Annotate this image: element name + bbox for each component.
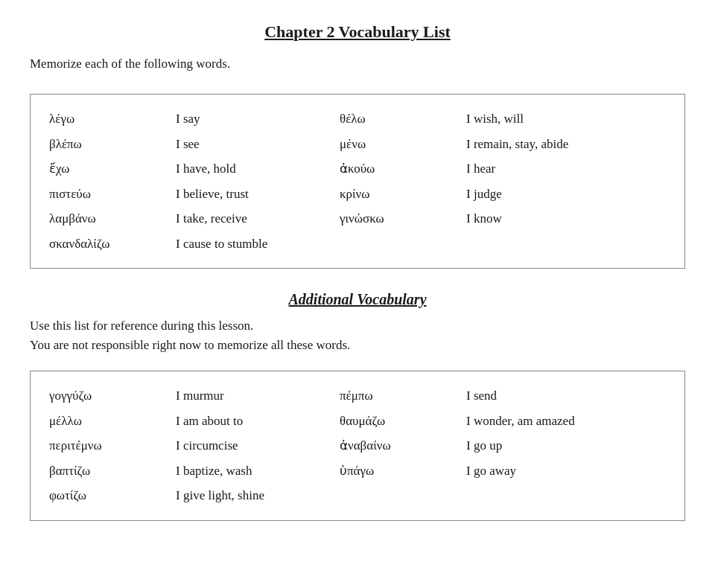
vocab-cell: πέμπω — [340, 386, 466, 406]
vocab-cell: γινώσκω — [340, 209, 466, 229]
vocab-cell: ἀναβαίνω — [340, 436, 466, 456]
vocab-cell: I circumcise — [176, 436, 340, 456]
vocab-cell: I murmur — [176, 386, 340, 406]
vocab-cell: λέγω — [49, 109, 176, 129]
vocab-cell: I know — [466, 209, 675, 229]
vocab-cell: I see — [176, 135, 340, 154]
vocab-cell: γογγύζω — [49, 386, 176, 406]
additional-title: Additional Vocabulary — [30, 291, 685, 308]
vocab-cell: I say — [176, 109, 340, 129]
vocab-cell: λαμβάνω — [49, 209, 176, 229]
vocab-cell: ὑπάγω — [340, 461, 466, 481]
vocab-cell: I go up — [466, 436, 675, 456]
vocab-cell: I am about to — [176, 412, 340, 431]
vocab-cell: περιτέμνω — [49, 436, 176, 456]
additional-section: Additional Vocabulary Use this list for … — [30, 291, 685, 521]
vocab-cell: μέλλω — [49, 412, 176, 431]
vocab-cell: θαυμάζω — [340, 412, 466, 431]
vocab-cell: μένω — [340, 135, 466, 154]
vocab-cell: θέλω — [340, 109, 466, 129]
vocab-cell: ἀκούω — [340, 159, 466, 179]
main-vocab-table: λέγωI sayθέλωI wish, willβλέπωI seeμένωI… — [30, 94, 685, 269]
vocab-cell: I wonder, am amazed — [466, 412, 675, 431]
additional-note: You are not responsible right now to mem… — [30, 338, 685, 353]
vocab-cell: I believe, trust — [176, 185, 340, 204]
vocab-cell: βαπτίζω — [49, 461, 176, 481]
vocab-cell: πιστεύω — [49, 185, 176, 204]
vocab-cell: φωτίζω — [49, 486, 176, 505]
vocab-cell: I baptize, wash — [176, 461, 340, 481]
vocab-cell: κρίνω — [340, 185, 466, 204]
vocab-cell: I cause to stumble — [176, 234, 340, 254]
vocab-cell: I judge — [466, 185, 675, 204]
vocab-cell: I hear — [466, 159, 675, 179]
vocab-cell: ἔχω — [49, 159, 176, 179]
vocab-cell — [340, 486, 466, 505]
vocab-cell: I take, receive — [176, 209, 340, 229]
main-vocab-grid: λέγωI sayθέλωI wish, willβλέπωI seeμένωI… — [49, 109, 666, 253]
additional-intro: Use this list for reference during this … — [30, 319, 685, 333]
vocab-cell: I go away — [466, 461, 675, 481]
vocab-cell: βλέπω — [49, 135, 176, 154]
additional-vocab-table: γογγύζωI murmurπέμπωI sendμέλλωI am abou… — [30, 371, 685, 521]
page-title: Chapter 2 Vocabulary List — [30, 22, 685, 42]
vocab-cell — [466, 486, 675, 505]
vocab-cell — [466, 234, 675, 254]
vocab-cell: I send — [466, 386, 675, 406]
vocab-cell: I wish, will — [466, 109, 675, 129]
subtitle: Memorize each of the following words. — [30, 57, 685, 71]
additional-vocab-grid: γογγύζωI murmurπέμπωI sendμέλλωI am abou… — [49, 386, 666, 505]
vocab-cell: I give light, shine — [176, 486, 340, 505]
vocab-cell: σκανδαλίζω — [49, 234, 176, 254]
vocab-cell: I remain, stay, abide — [466, 135, 675, 154]
vocab-cell: I have, hold — [176, 159, 340, 179]
vocab-cell — [340, 234, 466, 254]
